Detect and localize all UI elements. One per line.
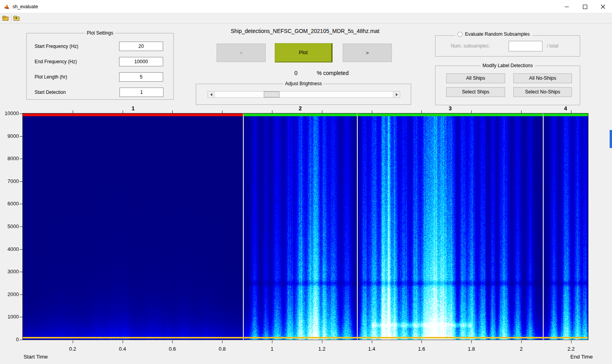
y-axis-tick [20,181,22,182]
x-axis-top-tick [471,110,472,113]
y-axis-tick-label: 8000 [0,155,19,161]
plot-settings-legend: Plot Settings [85,30,115,36]
detection-label-bar[interactable] [243,113,357,116]
x-axis-tick [272,340,272,343]
y-axis-tick [20,113,22,114]
x-axis-tick-label: 1.8 [468,346,475,352]
x-axis-top-tick [571,110,572,113]
y-axis-tick [20,317,22,317]
x-axis-tick [421,340,422,343]
y-axis-tick-label: 10000 [0,110,19,116]
end-time-label: End Time [570,354,593,360]
end-frequency-label: End Frequency (Hz) [35,57,77,66]
detection-separator-line [357,113,358,340]
plot-length-label: Plot Length (hr) [35,72,67,82]
num-subsamples-input[interactable] [509,41,542,51]
total-label: / total [547,41,558,51]
close-icon [601,5,605,9]
loaded-file-title: Ship_detections_NEFSC_GOM_202105_MDR_5s_… [231,28,379,34]
detection-separator-line [543,113,544,340]
toolbar [0,14,612,24]
y-axis-tick-label: 5000 [0,223,19,229]
x-axis-top-tick [123,110,123,113]
x-axis-tick-label: 2 [520,346,522,352]
brightness-slider[interactable] [208,91,400,98]
background-window-artifact [610,130,612,148]
start-time-label: Start Time [24,354,48,360]
all-no-ships-button[interactable]: All No-Ships [513,73,572,83]
plot-button[interactable]: Plot [275,43,333,62]
x-axis-top-tick [172,110,173,113]
window-title: sh_evaluate [13,4,38,9]
detection-label-bar[interactable] [357,113,543,116]
y-axis-tick [20,294,22,295]
y-axis-tick [20,227,22,227]
select-ships-button[interactable]: Select Ships [446,87,505,97]
x-axis-tick-label: 1.4 [368,346,375,352]
x-axis-tick [571,340,572,343]
start-frequency-label: Start Frequency (Hz) [35,42,78,51]
modify-labels-legend: Modify Label Detections [480,63,535,68]
y-axis-tick-label: 1000 [0,314,19,320]
new-file-icon[interactable] [2,15,9,22]
x-axis-top-tick [521,110,522,113]
x-axis-tick [322,340,322,343]
y-axis-tick-label: 7000 [0,178,19,184]
start-detection-input[interactable] [119,88,164,97]
x-axis-tick [123,340,123,343]
slider-right-arrow[interactable] [393,91,400,97]
x-axis-top-tick [73,110,73,113]
minimize-button[interactable] [558,0,576,13]
y-axis-tick-label: 2000 [0,291,19,297]
x-axis-tick [222,340,222,343]
plot-length-input[interactable] [119,72,163,82]
start-detection-label: Start Detection [35,88,66,97]
spectrogram-canvas[interactable] [23,113,588,340]
progress-value: 0 [291,70,301,76]
brightness-legend: Adjust Brightness [283,81,323,86]
y-axis-tick-label: 6000 [0,201,19,207]
close-button[interactable] [594,0,612,13]
start-frequency-input[interactable] [119,42,163,51]
select-no-ships-button[interactable]: Select No-Ships [513,87,572,97]
all-ships-button[interactable]: All Ships [446,73,505,83]
x-axis-tick [73,340,73,343]
detection-label-bar[interactable] [23,113,243,116]
open-folder-icon[interactable] [13,15,20,22]
x-axis-top-tick [421,110,422,113]
matlab-app-icon [4,4,10,10]
evaluate-random-subsamples-option[interactable]: Evaluate Random Subsamples [455,31,532,37]
x-axis-tick-label: 0.8 [219,346,226,352]
slider-left-arrow[interactable] [208,91,215,97]
y-axis-tick-label: 0 [0,337,19,342]
x-axis-tick-label: 0.2 [69,346,76,352]
detection-number-label: 4 [564,105,567,112]
maximize-icon [583,5,587,9]
y-axis-tick [20,204,22,204]
spectrogram-axes [22,113,588,340]
x-axis-top-tick [372,110,372,113]
minimize-icon [565,5,569,9]
evaluate-random-subsamples-label: Evaluate Random Subsamples [465,31,530,37]
next-button[interactable]: > [343,44,392,62]
y-axis-tick-label: 9000 [0,133,19,139]
progress-label: % completed [317,70,349,76]
x-axis-tick-label: 1.2 [318,346,325,352]
y-axis-tick [20,340,22,340]
previous-button[interactable]: < [217,44,266,62]
maximize-button[interactable] [576,0,594,13]
modify-labels-panel: Modify Label Detections [435,66,580,105]
x-axis-tick [521,340,522,343]
toolbar-separator [11,15,11,22]
x-axis-top-tick [222,110,222,113]
detection-label-bar[interactable] [543,113,588,116]
x-axis-top-tick [322,110,322,113]
detection-separator-line [243,113,244,340]
brightness-slider-thumb[interactable] [264,91,279,97]
radio-button-icon[interactable] [458,32,463,37]
y-axis-tick-label: 3000 [0,269,19,274]
y-axis-tick [20,136,22,137]
title-bar: sh_evaluate [0,0,612,13]
num-subsamples-label: Num. subsamples: [451,41,490,51]
end-frequency-input[interactable] [119,57,163,66]
